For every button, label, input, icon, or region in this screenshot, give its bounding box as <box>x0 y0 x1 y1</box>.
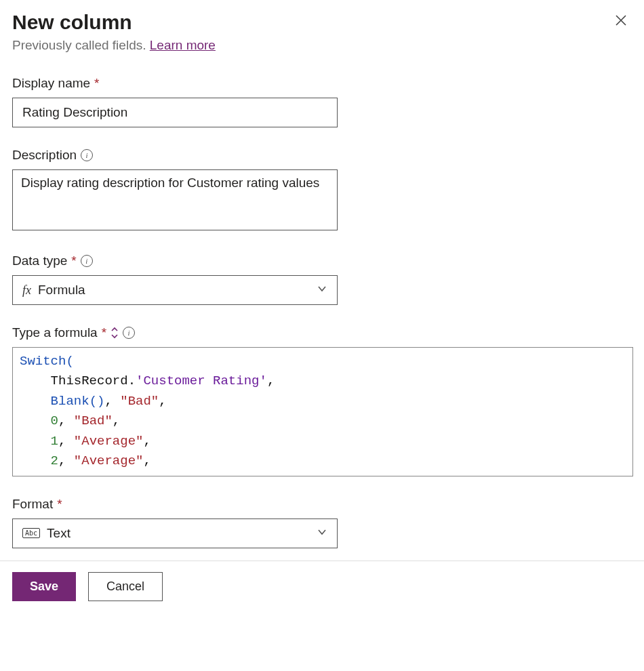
chevron-down-icon <box>317 283 327 298</box>
info-icon[interactable]: i <box>81 149 93 161</box>
data-type-value: Formula <box>38 283 85 298</box>
formula-editor[interactable]: Switch( ThisRecord.'Customer Rating', Bl… <box>12 347 633 476</box>
save-button[interactable]: Save <box>12 572 76 601</box>
panel-subtitle: Previously called fields. Learn more <box>12 38 632 53</box>
description-label: Description <box>12 148 77 163</box>
subtitle-text: Previously called fields. <box>12 38 150 52</box>
data-type-label: Data type <box>12 253 67 268</box>
required-indicator: * <box>102 325 106 340</box>
format-label: Format <box>12 497 53 512</box>
close-icon[interactable] <box>610 11 632 33</box>
data-type-select[interactable]: fx Formula <box>12 275 338 305</box>
learn-more-link[interactable]: Learn more <box>150 38 216 52</box>
required-indicator: * <box>71 253 76 268</box>
description-input[interactable]: Display rating description for Customer … <box>12 169 338 230</box>
required-indicator: * <box>57 497 62 512</box>
chevron-down-icon <box>317 526 327 541</box>
cancel-button[interactable]: Cancel <box>88 572 163 601</box>
format-select[interactable]: Abc Text <box>12 518 338 548</box>
abc-icon: Abc <box>22 528 40 538</box>
expand-collapse-icon[interactable] <box>110 327 119 339</box>
info-icon[interactable]: i <box>123 327 135 339</box>
format-value: Text <box>47 526 71 541</box>
formula-label: Type a formula <box>12 325 98 340</box>
display-name-input[interactable] <box>12 98 338 127</box>
required-indicator: * <box>94 76 99 91</box>
fx-icon: fx <box>22 283 31 298</box>
info-icon[interactable]: i <box>81 255 93 267</box>
panel-title: New column <box>12 11 132 34</box>
display-name-label: Display name <box>12 76 90 91</box>
